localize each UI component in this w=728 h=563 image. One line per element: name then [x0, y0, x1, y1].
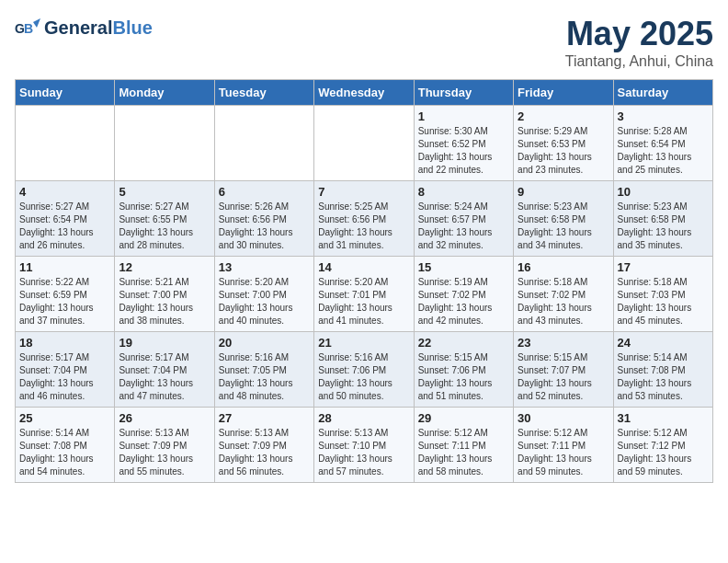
day-number: 27 — [219, 411, 310, 425]
day-number: 31 — [618, 411, 709, 425]
calendar-cell: 1Sunrise: 5:30 AMSunset: 6:52 PMDaylight… — [414, 106, 513, 181]
calendar-cell: 30Sunrise: 5:12 AMSunset: 7:11 PMDayligh… — [514, 408, 613, 483]
calendar-cell: 22Sunrise: 5:15 AMSunset: 7:06 PMDayligh… — [414, 332, 513, 408]
calendar-cell: 7Sunrise: 5:25 AMSunset: 6:56 PMDaylight… — [314, 181, 414, 257]
calendar-cell: 28Sunrise: 5:13 AMSunset: 7:10 PMDayligh… — [314, 408, 414, 483]
day-info: Sunrise: 5:14 AMSunset: 7:08 PMDaylight:… — [19, 427, 110, 478]
day-info: Sunrise: 5:20 AMSunset: 7:00 PMDaylight:… — [219, 276, 310, 327]
day-number: 9 — [518, 185, 609, 199]
title-area: May 2025 Tiantang, Anhui, China — [565, 15, 713, 70]
day-number: 20 — [219, 336, 310, 350]
day-number: 24 — [618, 336, 709, 350]
svg-marker-2 — [33, 18, 40, 28]
day-number: 3 — [618, 109, 709, 123]
day-info: Sunrise: 5:28 AMSunset: 6:54 PMDaylight:… — [618, 125, 709, 177]
day-info: Sunrise: 5:17 AMSunset: 7:04 PMDaylight:… — [19, 351, 110, 403]
day-info: Sunrise: 5:22 AMSunset: 6:59 PMDaylight:… — [19, 276, 110, 327]
day-info: Sunrise: 5:23 AMSunset: 6:58 PMDaylight:… — [518, 201, 609, 252]
day-number: 21 — [318, 336, 409, 350]
day-info: Sunrise: 5:12 AMSunset: 7:12 PMDaylight:… — [618, 427, 709, 478]
calendar-cell: 17Sunrise: 5:18 AMSunset: 7:03 PMDayligh… — [613, 257, 712, 332]
calendar-cell: 2Sunrise: 5:29 AMSunset: 6:53 PMDaylight… — [514, 106, 613, 181]
day-number: 13 — [219, 260, 310, 274]
day-number: 4 — [19, 185, 110, 199]
calendar-cell: 24Sunrise: 5:14 AMSunset: 7:08 PMDayligh… — [613, 332, 712, 408]
calendar-cell: 12Sunrise: 5:21 AMSunset: 7:00 PMDayligh… — [115, 257, 214, 332]
calendar-cell: 10Sunrise: 5:23 AMSunset: 6:58 PMDayligh… — [613, 181, 712, 257]
calendar-cell: 18Sunrise: 5:17 AMSunset: 7:04 PMDayligh… — [16, 332, 115, 408]
logo: G B GeneralBlue — [15, 15, 153, 40]
day-info: Sunrise: 5:21 AMSunset: 7:00 PMDaylight:… — [119, 276, 210, 327]
day-info: Sunrise: 5:12 AMSunset: 7:11 PMDaylight:… — [518, 427, 609, 478]
calendar-cell: 6Sunrise: 5:26 AMSunset: 6:56 PMDaylight… — [214, 181, 313, 257]
calendar-cell: 13Sunrise: 5:20 AMSunset: 7:00 PMDayligh… — [214, 257, 313, 332]
day-info: Sunrise: 5:15 AMSunset: 7:06 PMDaylight:… — [418, 351, 509, 403]
day-info: Sunrise: 5:13 AMSunset: 7:10 PMDaylight:… — [318, 427, 409, 478]
logo-icon: G B — [15, 15, 40, 40]
day-info: Sunrise: 5:24 AMSunset: 6:57 PMDaylight:… — [418, 201, 509, 252]
day-info: Sunrise: 5:18 AMSunset: 7:03 PMDaylight:… — [618, 276, 709, 327]
calendar-cell: 14Sunrise: 5:20 AMSunset: 7:01 PMDayligh… — [314, 257, 414, 332]
day-info: Sunrise: 5:13 AMSunset: 7:09 PMDaylight:… — [119, 427, 210, 478]
calendar-cell — [314, 106, 414, 181]
day-number: 18 — [19, 336, 110, 350]
day-info: Sunrise: 5:13 AMSunset: 7:09 PMDaylight:… — [219, 427, 310, 478]
day-number: 15 — [418, 260, 509, 274]
day-info: Sunrise: 5:12 AMSunset: 7:11 PMDaylight:… — [418, 427, 509, 478]
calendar-week-row: 1Sunrise: 5:30 AMSunset: 6:52 PMDaylight… — [16, 106, 713, 181]
calendar-cell — [214, 106, 313, 181]
day-info: Sunrise: 5:15 AMSunset: 7:07 PMDaylight:… — [518, 351, 609, 403]
calendar-week-row: 18Sunrise: 5:17 AMSunset: 7:04 PMDayligh… — [16, 332, 713, 408]
calendar-cell: 26Sunrise: 5:13 AMSunset: 7:09 PMDayligh… — [115, 408, 214, 483]
day-number: 25 — [19, 411, 110, 425]
calendar-cell: 25Sunrise: 5:14 AMSunset: 7:08 PMDayligh… — [16, 408, 115, 483]
column-header-thursday: Thursday — [414, 80, 513, 106]
day-number: 28 — [318, 411, 409, 425]
calendar-cell: 21Sunrise: 5:16 AMSunset: 7:06 PMDayligh… — [314, 332, 414, 408]
calendar-cell: 11Sunrise: 5:22 AMSunset: 6:59 PMDayligh… — [16, 257, 115, 332]
day-number: 11 — [19, 260, 110, 274]
day-number: 10 — [618, 185, 709, 199]
day-number: 2 — [518, 109, 609, 123]
calendar-cell: 3Sunrise: 5:28 AMSunset: 6:54 PMDaylight… — [613, 106, 712, 181]
day-number: 19 — [119, 336, 210, 350]
svg-text:B: B — [24, 21, 33, 36]
day-info: Sunrise: 5:14 AMSunset: 7:08 PMDaylight:… — [618, 351, 709, 403]
day-info: Sunrise: 5:17 AMSunset: 7:04 PMDaylight:… — [119, 351, 210, 403]
day-info: Sunrise: 5:19 AMSunset: 7:02 PMDaylight:… — [418, 276, 509, 327]
day-number: 17 — [618, 260, 709, 274]
day-number: 22 — [418, 336, 509, 350]
calendar-cell: 29Sunrise: 5:12 AMSunset: 7:11 PMDayligh… — [414, 408, 513, 483]
column-header-saturday: Saturday — [613, 80, 712, 106]
calendar-header-row: SundayMondayTuesdayWednesdayThursdayFrid… — [16, 80, 713, 106]
column-header-friday: Friday — [514, 80, 613, 106]
day-info: Sunrise: 5:26 AMSunset: 6:56 PMDaylight:… — [219, 201, 310, 252]
month-title: May 2025 — [565, 15, 713, 53]
day-number: 23 — [518, 336, 609, 350]
day-info: Sunrise: 5:16 AMSunset: 7:05 PMDaylight:… — [219, 351, 310, 403]
calendar-cell: 16Sunrise: 5:18 AMSunset: 7:02 PMDayligh… — [514, 257, 613, 332]
day-number: 1 — [418, 109, 509, 123]
day-number: 16 — [518, 260, 609, 274]
calendar-week-row: 25Sunrise: 5:14 AMSunset: 7:08 PMDayligh… — [16, 408, 713, 483]
day-number: 30 — [518, 411, 609, 425]
calendar-cell: 20Sunrise: 5:16 AMSunset: 7:05 PMDayligh… — [214, 332, 313, 408]
page-header: G B GeneralBlue May 2025 Tiantang, Anhui… — [15, 15, 713, 70]
column-header-tuesday: Tuesday — [214, 80, 313, 106]
calendar-cell: 4Sunrise: 5:27 AMSunset: 6:54 PMDaylight… — [16, 181, 115, 257]
day-number: 12 — [119, 260, 210, 274]
day-number: 8 — [418, 185, 509, 199]
day-number: 7 — [318, 185, 409, 199]
day-info: Sunrise: 5:18 AMSunset: 7:02 PMDaylight:… — [518, 276, 609, 327]
column-header-monday: Monday — [115, 80, 214, 106]
calendar-cell — [115, 106, 214, 181]
day-info: Sunrise: 5:20 AMSunset: 7:01 PMDaylight:… — [318, 276, 409, 327]
day-number: 6 — [219, 185, 310, 199]
column-header-wednesday: Wednesday — [314, 80, 414, 106]
day-info: Sunrise: 5:16 AMSunset: 7:06 PMDaylight:… — [318, 351, 409, 403]
calendar-cell: 19Sunrise: 5:17 AMSunset: 7:04 PMDayligh… — [115, 332, 214, 408]
calendar-cell: 31Sunrise: 5:12 AMSunset: 7:12 PMDayligh… — [613, 408, 712, 483]
day-info: Sunrise: 5:30 AMSunset: 6:52 PMDaylight:… — [418, 125, 509, 177]
day-info: Sunrise: 5:25 AMSunset: 6:56 PMDaylight:… — [318, 201, 409, 252]
day-info: Sunrise: 5:27 AMSunset: 6:54 PMDaylight:… — [19, 201, 110, 252]
